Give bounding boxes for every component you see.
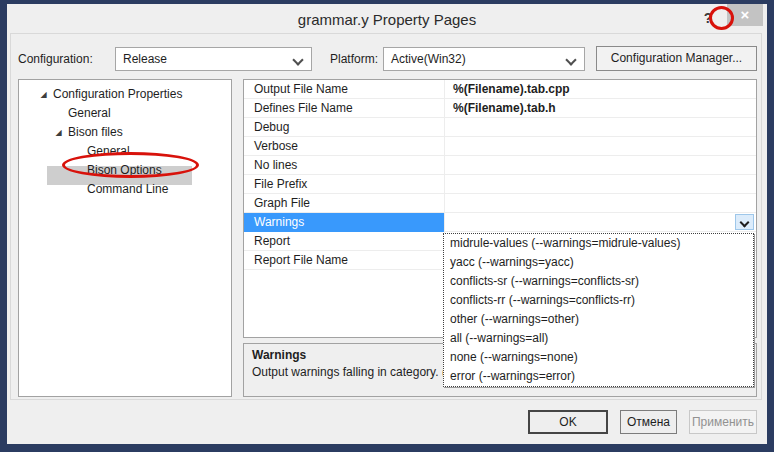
dropdown-option-yacc[interactable]: yacc (--warnings=yacc): [444, 253, 753, 272]
dropdown-option-error[interactable]: error (--warnings=error): [444, 367, 753, 386]
chevron-down-icon: [740, 218, 750, 228]
chevron-down-icon: [292, 54, 303, 65]
property-row-output-file-name[interactable]: Output File Name %(Filename).tab.cpp: [244, 80, 756, 99]
tree-item-label: Bison files: [68, 123, 123, 142]
warnings-dropdown-list: midrule-values (--warnings=midrule-value…: [443, 233, 754, 387]
property-pages-dialog: grammar.y Property Pages ? × Configurati…: [7, 4, 767, 444]
apply-button: Применить: [689, 410, 757, 434]
tree-item-configuration-properties[interactable]: ◢ Configuration Properties: [19, 85, 231, 104]
annotation-circle-bison-options: [62, 152, 199, 178]
tree-item-label: Configuration Properties: [53, 85, 182, 104]
property-label: Verbose: [244, 137, 444, 156]
property-row-debug[interactable]: Debug: [244, 118, 756, 137]
property-value: [444, 194, 756, 213]
property-row-file-prefix[interactable]: File Prefix: [244, 175, 756, 194]
property-row-warnings[interactable]: Warnings: [244, 213, 756, 232]
cancel-button[interactable]: Отмена: [620, 410, 677, 434]
property-value: [444, 118, 756, 137]
property-label: Debug: [244, 118, 444, 137]
property-label: Output File Name: [244, 80, 444, 99]
tree-item-general[interactable]: General: [19, 104, 231, 123]
tree-item-label: Command Line: [87, 180, 168, 199]
dropdown-option-conflicts-rr[interactable]: conflicts-rr (--warnings=conflicts-rr): [444, 291, 753, 310]
property-row-graph-file[interactable]: Graph File: [244, 194, 756, 213]
property-label: Graph File: [244, 194, 444, 213]
expander-icon[interactable]: ◢: [34, 85, 53, 104]
property-value: [444, 156, 756, 175]
annotation-circle-help: [709, 6, 734, 30]
dropdown-option-none[interactable]: none (--warnings=none): [444, 348, 753, 367]
property-label: File Prefix: [244, 175, 444, 194]
dropdown-option-all[interactable]: all (--warnings=all): [444, 329, 753, 348]
tree-item-command-line[interactable]: Command Line: [19, 180, 231, 199]
property-value: %(Filename).tab.cpp: [444, 80, 756, 99]
dropdown-option-midrule-values[interactable]: midrule-values (--warnings=midrule-value…: [444, 234, 753, 253]
expander-icon[interactable]: ◢: [49, 123, 68, 142]
tree-item-label: General: [68, 104, 111, 123]
warnings-value-editor: [444, 213, 756, 232]
dropdown-option-conflicts-sr[interactable]: conflicts-sr (--warnings=conflicts-sr): [444, 272, 753, 291]
platform-select[interactable]: Active(Win32): [383, 47, 585, 71]
property-row-defines-file-name[interactable]: Defines File Name %(Filename).tab.h: [244, 99, 756, 118]
property-value: [444, 175, 756, 194]
property-value: %(Filename).tab.h: [444, 99, 756, 118]
property-row-no-lines[interactable]: No lines: [244, 156, 756, 175]
property-label: Report File Name: [244, 251, 444, 270]
warnings-dropdown-button[interactable]: [735, 214, 754, 230]
dropdown-option-other[interactable]: other (--warnings=other): [444, 310, 753, 329]
property-label: Report: [244, 232, 444, 251]
tree-item-bison-files[interactable]: ◢ Bison files: [19, 123, 231, 142]
platform-label: Platform:: [330, 47, 378, 71]
configuration-label: Configuration:: [18, 47, 93, 71]
platform-value: Active(Win32): [391, 52, 466, 66]
category-tree: ◢ Configuration Properties General ◢ Bis…: [18, 79, 232, 397]
property-label: Warnings: [244, 213, 444, 232]
chevron-down-icon: [565, 54, 576, 65]
configuration-manager-button[interactable]: Configuration Manager...: [596, 46, 757, 71]
ok-button[interactable]: OK: [528, 410, 608, 434]
configuration-select[interactable]: Release: [115, 47, 312, 71]
property-value: [444, 137, 756, 156]
configuration-value: Release: [123, 52, 167, 66]
dialog-title: grammar.y Property Pages: [7, 11, 767, 28]
property-label: No lines: [244, 156, 444, 175]
property-label: Defines File Name: [244, 99, 444, 118]
property-row-verbose[interactable]: Verbose: [244, 137, 756, 156]
